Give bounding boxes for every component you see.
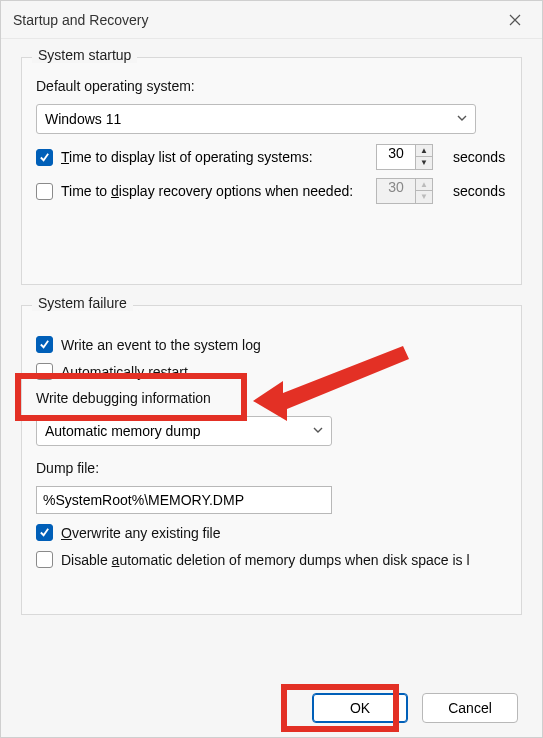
close-button[interactable] — [500, 5, 530, 35]
titlebar: Startup and Recovery — [1, 1, 542, 39]
write-event-checkbox[interactable] — [36, 336, 53, 353]
spin-down-icon[interactable]: ▼ — [416, 157, 432, 169]
system-failure-group: System failure Write an event to the sys… — [21, 305, 522, 615]
time-recovery-checkbox[interactable] — [36, 183, 53, 200]
dumpfile-label: Dump file: — [36, 460, 507, 476]
time-list-label: Time to display list of operating system… — [61, 149, 313, 165]
spin-up-icon[interactable]: ▲ — [416, 145, 432, 157]
time-list-value[interactable]: 30 — [376, 144, 416, 170]
time-recovery-label: Time to display recovery options when ne… — [61, 183, 353, 199]
spin-up-icon: ▲ — [416, 179, 432, 191]
system-startup-label: System startup — [32, 47, 137, 63]
dumpfile-input[interactable] — [36, 486, 332, 514]
time-list-spinner[interactable]: 30 ▲ ▼ — [376, 144, 433, 170]
auto-restart-checkbox[interactable] — [36, 363, 53, 380]
startup-recovery-dialog: Startup and Recovery System startup Defa… — [0, 0, 543, 738]
cancel-button[interactable]: Cancel — [422, 693, 518, 723]
overwrite-label: Overwrite any existing file — [61, 525, 221, 541]
spin-down-icon: ▼ — [416, 191, 432, 203]
overwrite-checkbox[interactable] — [36, 524, 53, 541]
window-title: Startup and Recovery — [13, 12, 500, 28]
disable-auto-delete-label: Disable automatic deletion of memory dum… — [61, 552, 507, 568]
time-recovery-spinner: 30 ▲ ▼ — [376, 178, 433, 204]
system-startup-group: System startup Default operating system:… — [21, 57, 522, 285]
system-failure-label: System failure — [32, 295, 133, 311]
time-recovery-unit: seconds — [453, 183, 507, 199]
debug-info-select[interactable]: Automatic memory dump — [36, 416, 332, 446]
debug-info-label: Write debugging information — [36, 390, 507, 406]
time-list-unit: seconds — [453, 149, 507, 165]
default-os-select[interactable]: Windows 11 — [36, 104, 476, 134]
dialog-footer: OK Cancel — [312, 693, 518, 723]
debug-info-value: Automatic memory dump — [45, 423, 201, 439]
time-recovery-value: 30 — [376, 178, 416, 204]
close-icon — [509, 14, 521, 26]
ok-button[interactable]: OK — [312, 693, 408, 723]
write-event-label: Write an event to the system log — [61, 337, 261, 353]
default-os-value: Windows 11 — [45, 111, 121, 127]
default-os-label: Default operating system: — [36, 78, 507, 94]
disable-auto-delete-checkbox[interactable] — [36, 551, 53, 568]
auto-restart-label: Automatically restart — [61, 364, 188, 380]
time-list-checkbox[interactable] — [36, 149, 53, 166]
